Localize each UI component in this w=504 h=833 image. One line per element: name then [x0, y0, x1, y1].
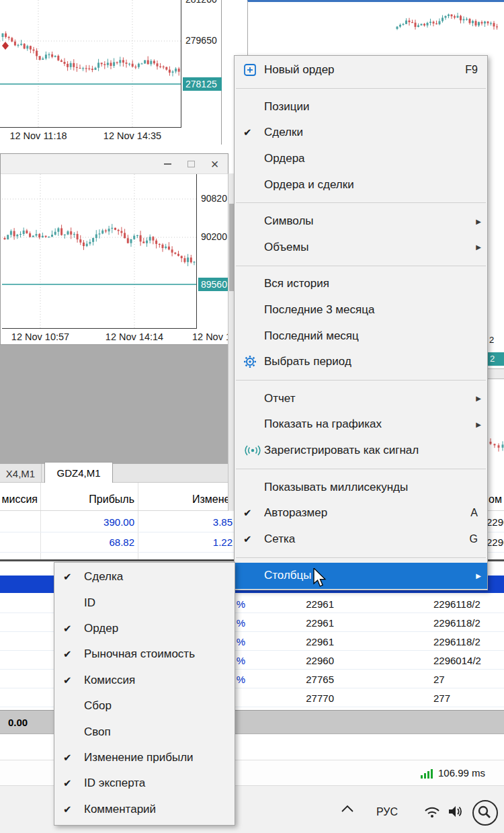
scrollbar-fragment[interactable]: [488, 368, 504, 379]
menu-item-columns[interactable]: Столбцы▶: [235, 563, 487, 589]
menu-item-grid[interactable]: ✔СеткаG: [235, 526, 487, 553]
menu-item-label: Комиссия: [84, 674, 235, 687]
submenu-item-id[interactable]: ID: [54, 590, 235, 615]
menu-item-label: Рыночная стоимость: [84, 647, 235, 661]
mouse-cursor: [313, 568, 333, 590]
menu-item-label: Сделка: [84, 570, 235, 584]
candlestick-chart[interactable]: [2, 174, 197, 329]
submenu-item-swap[interactable]: Своп: [54, 719, 235, 744]
menu-item-label: Ордера: [264, 152, 487, 165]
price-axis: 281200279650278125: [183, 0, 222, 128]
menu-item-label: Сбор: [84, 699, 235, 713]
menu-shortcut: A: [470, 507, 487, 519]
menu-separator: [236, 557, 486, 558]
menu-separator: [236, 88, 486, 89]
menu-item-report[interactable]: Отчет▶: [235, 386, 487, 412]
time-label: 12 Nov 11:18: [9, 130, 67, 141]
submenu-item-deal[interactable]: ✔Сделка: [54, 564, 235, 590]
profit-cell: 68.82: [67, 537, 134, 548]
order-cell: 27: [433, 674, 504, 685]
metatrader-screen: 281200279650278125 12 Nov 11:1812 Nov 14…: [0, 0, 504, 833]
menu-item-show-milliseconds[interactable]: Показывать миллисекунды: [235, 474, 487, 500]
menu-item-label: Сетка: [264, 532, 470, 546]
order-fragment-cell: 2296018/2: [487, 537, 504, 548]
maximize-button[interactable]: [181, 156, 202, 172]
show-hidden-icons-button[interactable]: [339, 803, 355, 814]
price-label: 281200: [185, 0, 217, 5]
chart-window-mid-left[interactable]: × 908209020089560 12 Nov 10:5712 Nov 14:…: [0, 153, 228, 345]
wifi-icon[interactable]: [423, 805, 441, 818]
submenu-item-fee[interactable]: Сбор: [54, 693, 235, 719]
vertical-scrollbar-sliver[interactable]: [228, 173, 234, 511]
menu-shortcut: G: [470, 533, 487, 545]
menu-item-custom-period[interactable]: Выбрать период: [235, 349, 487, 375]
menu-item-symbols[interactable]: Символы▶: [235, 208, 487, 235]
submenu-item-comment[interactable]: ✔Комментарий: [54, 797, 235, 822]
price-label: 90200: [201, 231, 227, 242]
chart-window-top-left[interactable]: 281200279650278125 12 Nov 11:1812 Nov 14…: [0, 0, 222, 145]
check-icon: ✔: [54, 623, 84, 635]
header-right-fragment[interactable]: ом: [489, 493, 502, 506]
magnifier-icon[interactable]: [472, 799, 499, 826]
menu-item-show-on-charts[interactable]: Показать на графиках▶: [235, 411, 487, 438]
tab-x4-m1[interactable]: X4,M1: [0, 464, 42, 483]
right-window-sliver: 2 2: [488, 65, 504, 488]
menu-separator: [236, 266, 486, 266]
menu-item-all-history[interactable]: Вся история: [235, 271, 487, 297]
volume-icon[interactable]: [448, 805, 464, 818]
context-menu: Новый ордерF9Позиции✔СделкиОрдераОрдера …: [234, 55, 488, 590]
check-icon: ✔: [54, 674, 84, 686]
menu-item-orders[interactable]: Ордера: [235, 146, 487, 172]
menu-item-label: Ордера и сделки: [264, 178, 487, 192]
close-button[interactable]: ×: [204, 156, 225, 172]
submenu-item-expert-id[interactable]: ✔ID эксперта: [54, 770, 235, 796]
change-cell: 3.85: [179, 516, 233, 528]
language-indicator[interactable]: РУС: [376, 806, 398, 818]
change-cell: 1.22: [179, 537, 233, 548]
price-cell: 27765: [282, 674, 334, 685]
header-profit[interactable]: Прибыль: [67, 493, 134, 506]
menu-separator: [236, 380, 486, 381]
menu-item-last-3-months[interactable]: Последние 3 месяца: [235, 297, 487, 323]
scrollbar-thumb[interactable]: [229, 204, 234, 291]
submenu-item-profit-change[interactable]: ✔Изменение прибыли: [54, 745, 235, 770]
menu-item-label: Авторазмер: [264, 506, 470, 520]
menu-item-register-as-signal[interactable]: Зарегистрировать как сигнал: [235, 438, 487, 464]
menu-item-label: Новый ордер: [264, 63, 465, 77]
submenu-item-market-value[interactable]: ✔Рыночная стоимость: [54, 641, 235, 667]
price-label: 90820: [201, 193, 227, 204]
submenu-item-order[interactable]: ✔Ордер: [54, 616, 235, 641]
menu-item-label: Своп: [84, 725, 235, 739]
header-commission[interactable]: миссия: [0, 493, 38, 506]
time-label: 12 Nov 14:14: [106, 331, 163, 342]
check-icon: ✔: [54, 571, 84, 583]
menu-item-orders-and-deals[interactable]: Ордера и сделки: [235, 171, 487, 198]
current-price-tag: 278125: [183, 77, 222, 91]
order-cell: 2296118/2: [433, 598, 504, 610]
time-label: 12 Nov 10:57: [11, 331, 69, 342]
menu-item-last-month[interactable]: Последний месяц: [235, 323, 487, 349]
menu-item-volumes[interactable]: Объемы▶: [235, 235, 487, 261]
menu-item-label: Зарегистрировать как сигнал: [264, 444, 487, 457]
menu-item-label: Комментарий: [84, 803, 235, 816]
menu-item-new-order[interactable]: Новый ордерF9: [235, 57, 487, 83]
order-cell: 2296118/2: [433, 617, 504, 629]
columns-submenu: ✔СделкаID✔Ордер✔Рыночная стоимость✔Комис…: [54, 562, 235, 826]
minimize-button[interactable]: [157, 156, 178, 172]
check-icon: ✔: [235, 507, 264, 519]
check-icon: ✔: [54, 648, 84, 660]
menu-item-positions[interactable]: Позиции: [235, 94, 487, 120]
profit-cell: 390.00: [67, 516, 134, 528]
menu-item-auto-size[interactable]: ✔АвторазмерA: [235, 500, 487, 526]
menu-item-label: Столбцы: [264, 569, 476, 582]
gear-icon: [235, 355, 264, 368]
menu-item-label: Отчет: [264, 392, 476, 405]
tab-gdz4-m1[interactable]: GDZ4,M1: [44, 462, 113, 483]
candlestick-chart[interactable]: [0, 0, 181, 128]
close-icon: ×: [211, 157, 219, 171]
menu-item-label: Позиции: [264, 100, 487, 114]
submenu-item-commission[interactable]: ✔Комиссия: [54, 668, 235, 693]
submenu-arrow-icon: ▶: [476, 395, 487, 402]
menu-item-deals[interactable]: ✔Сделки: [235, 120, 487, 146]
mdi-background: [0, 345, 242, 464]
